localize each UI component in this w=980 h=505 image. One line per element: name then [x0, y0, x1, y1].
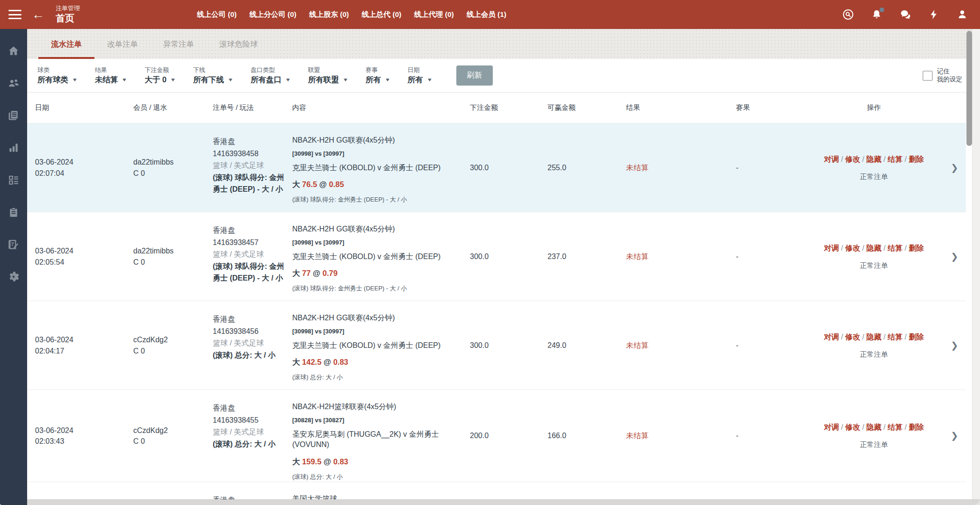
tab-modified-bets[interactable]: 改单注单 [94, 29, 151, 59]
cell-operations: 对调 / 修改 / 隐藏 / 结算 / 删除 正常注单 [806, 154, 942, 182]
cell-score: - [736, 340, 806, 351]
action-links: 对调 / 修改 / 隐藏 / 结算 / 删除 [806, 422, 942, 433]
vertical-scrollbar-thumb[interactable] [966, 31, 972, 146]
bell-icon[interactable] [871, 9, 882, 20]
hamburger-menu-icon[interactable] [8, 10, 22, 19]
col-header-stake: 下注金额 [470, 103, 548, 112]
lightning-icon[interactable] [928, 9, 939, 20]
tab-inplay-danger[interactable]: 滚球危险球 [207, 29, 271, 59]
action-link-2[interactable]: 修改 [845, 244, 860, 252]
horizontal-scrollbar[interactable] [27, 499, 980, 505]
cell-betno: 香港盘 14163938457 篮球 / 美式足球 (滚球) 球队得分: 金州勇… [213, 212, 292, 284]
filter-league: 联盟 所有联盟▼ [308, 66, 348, 85]
tab-bar: 流水注单 改单注单 异常注单 滚球危险球 [27, 29, 980, 59]
action-link-3[interactable]: 隐藏 [866, 155, 881, 163]
table-row: 03-06-2024 02:07:04 da22timibbs C 0 香港盘 … [27, 123, 966, 212]
action-link-2[interactable]: 修改 [845, 155, 860, 163]
action-link-4[interactable]: 结算 [887, 423, 902, 431]
action-link-4[interactable]: 结算 [887, 333, 902, 341]
filter-market-type-select[interactable]: 所有盘口▼ [251, 75, 290, 85]
sidebar-item-statistics[interactable] [0, 132, 27, 165]
table-row: 03-06-2024 02:05:54 da22timibbs C 0 香港盘 … [27, 212, 966, 301]
sidebar-item-records[interactable] [0, 229, 27, 261]
cell-betno: 香港盘 14163938458 篮球 / 美式足球 (滚球) 球队得分: 金州勇… [213, 123, 292, 195]
action-link-3[interactable]: 隐藏 [866, 423, 881, 431]
nav-online-agent[interactable]: 线上代理 (0) [414, 10, 454, 20]
bar-chart-icon [7, 142, 20, 156]
cell-content: NBA2K-H2H GG联赛(4x5分钟) [30998] vs [30997]… [292, 212, 470, 293]
filter-label: 赛事 [366, 66, 390, 74]
row-expand-chevron-icon[interactable]: ❯ [942, 339, 966, 352]
nav-online-master-agent[interactable]: 线上总代 (0) [361, 10, 401, 20]
table-row: 03-06-2024 02:03:43 cCzdKdg2 C 0 香港盘 141… [27, 390, 966, 482]
action-link-1[interactable]: 对调 [824, 333, 839, 341]
action-link-4[interactable]: 结算 [887, 155, 902, 163]
action-links: 对调 / 修改 / 隐藏 / 结算 / 删除 [806, 332, 942, 342]
tab-running-bets[interactable]: 流水注单 [38, 29, 94, 59]
remember-settings: 记住 我的设定 [922, 68, 971, 84]
sidebar-item-settings[interactable] [0, 261, 27, 294]
book-edit-icon [7, 238, 20, 252]
cell-win: 166.0 [548, 430, 626, 441]
filter-downline: 下线 所有下线▼ [193, 66, 233, 85]
action-link-2[interactable]: 修改 [845, 333, 860, 341]
action-link-5[interactable]: 删除 [909, 423, 924, 431]
table-header: 日期 会员 / 退水 注单号 / 玩法 内容 下注金额 可赢金额 结果 赛果 操… [27, 93, 966, 123]
sidebar-item-reports[interactable] [0, 100, 27, 132]
table-row: 03-06-2024 02:04:17 cCzdKdg2 C 0 香港盘 141… [27, 301, 966, 390]
action-link-5[interactable]: 删除 [909, 244, 924, 252]
chat-icon[interactable] [900, 9, 911, 20]
cell-stake: 200.0 [470, 430, 548, 441]
list-grid-icon [7, 174, 20, 188]
search-icon[interactable] [843, 9, 854, 20]
filter-label: 下线 [193, 66, 233, 74]
cell-date: 03-06-2024 02:05:54 [35, 245, 133, 267]
refresh-button[interactable]: 刷新 [456, 65, 493, 86]
filter-sport-select[interactable]: 所有球类▼ [37, 75, 77, 85]
col-header-member: 会员 / 退水 [133, 103, 213, 112]
filter-downline-select[interactable]: 所有下线▼ [193, 75, 233, 85]
filter-date-select[interactable]: 所有▼ [408, 75, 432, 85]
sidebar-item-users[interactable] [0, 68, 27, 100]
bet-status: 正常注单 [806, 349, 942, 360]
sidebar-item-orders[interactable] [0, 165, 27, 197]
action-link-3[interactable]: 隐藏 [866, 244, 881, 252]
nav-online-member[interactable]: 线上会员 (1) [467, 10, 506, 20]
action-link-1[interactable]: 对调 [824, 423, 839, 431]
scrollbar-track[interactable] [972, 29, 980, 505]
row-expand-chevron-icon[interactable]: ❯ [942, 250, 966, 263]
filter-event: 赛事 所有▼ [366, 66, 390, 85]
action-link-5[interactable]: 删除 [909, 333, 924, 341]
chevron-down-icon: ▼ [426, 77, 432, 83]
chevron-down-icon: ▼ [285, 77, 291, 83]
col-header-result: 结果 [626, 103, 736, 112]
nav-online-shareholder[interactable]: 线上股东 (0) [309, 10, 349, 20]
filter-result-select[interactable]: 未结算▼ [95, 75, 127, 85]
sidebar-item-tasks[interactable] [0, 197, 27, 229]
action-link-3[interactable]: 隐藏 [866, 333, 881, 341]
row-expand-chevron-icon[interactable]: ❯ [942, 429, 966, 442]
remember-settings-checkbox[interactable] [922, 71, 933, 81]
col-header-win: 可赢金额 [548, 103, 626, 112]
action-link-4[interactable]: 结算 [887, 244, 902, 252]
action-link-5[interactable]: 删除 [909, 155, 924, 163]
sidebar-item-home[interactable] [0, 36, 27, 68]
cell-result: 未结算 [626, 162, 736, 173]
cell-score: - [736, 162, 806, 173]
nav-online-company[interactable]: 线上公司 (0) [197, 10, 237, 20]
cell-win: 237.0 [548, 251, 626, 262]
tab-abnormal-bets[interactable]: 异常注单 [151, 29, 207, 59]
action-link-2[interactable]: 修改 [845, 423, 860, 431]
row-expand-chevron-icon[interactable]: ❯ [942, 161, 966, 174]
action-link-1[interactable]: 对调 [824, 155, 839, 163]
action-link-1[interactable]: 对调 [824, 244, 839, 252]
nav-online-branch[interactable]: 线上分公司 (0) [249, 10, 296, 20]
filter-event-select[interactable]: 所有▼ [366, 75, 390, 85]
user-icon[interactable] [957, 9, 968, 20]
cell-win: 255.0 [548, 162, 626, 173]
cell-operations: 对调 / 修改 / 隐藏 / 结算 / 删除 正常注单 [806, 422, 942, 450]
filter-stake-select[interactable]: 大于 0▼ [144, 75, 175, 85]
filter-stake: 下注金额 大于 0▼ [144, 66, 175, 85]
filter-league-select[interactable]: 所有联盟▼ [308, 75, 348, 85]
back-arrow-icon[interactable]: ← [32, 8, 44, 21]
